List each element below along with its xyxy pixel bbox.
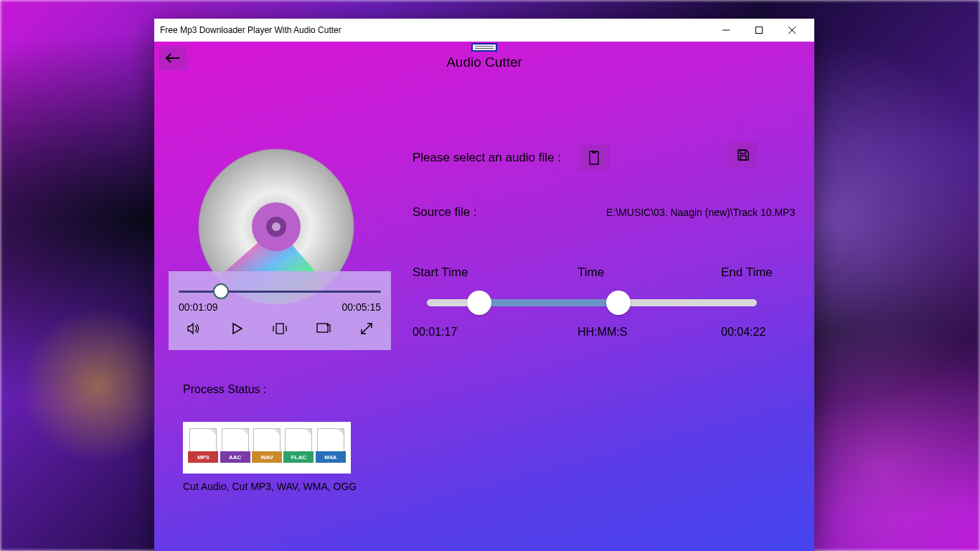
audio-player: 00:01:09 00:05:15 [169, 271, 391, 350]
volume-button[interactable] [183, 319, 203, 339]
playback-track [179, 291, 381, 293]
playback-duration: 00:05:15 [342, 301, 382, 313]
select-file-label: Please select an audio file : [413, 151, 561, 165]
window-title: Free Mp3 Downloader Player With Audio Cu… [160, 25, 710, 35]
maximize-button[interactable] [743, 19, 776, 42]
save-button[interactable] [728, 142, 758, 168]
end-time-value: 00:04:22 [721, 326, 765, 339]
fullscreen-button[interactable] [357, 319, 377, 339]
start-time-label: Start Time [413, 265, 468, 280]
svg-marker-9 [233, 324, 242, 334]
open-file-button[interactable] [580, 145, 610, 171]
format-icon-flac: FLAC [285, 428, 312, 467]
minimize-button[interactable] [710, 19, 743, 42]
playback-current-time: 00:01:09 [179, 301, 218, 313]
page-title: Audio Cutter [446, 55, 522, 70]
svg-point-8 [272, 222, 281, 231]
format-icon-aac: AAC [222, 428, 249, 467]
playback-thumb[interactable] [213, 283, 229, 299]
range-end-thumb[interactable] [606, 291, 631, 315]
cast-button[interactable] [314, 319, 334, 339]
close-button[interactable] [776, 19, 809, 42]
svg-rect-13 [317, 324, 328, 332]
svg-rect-1 [756, 27, 763, 34]
svg-line-14 [362, 324, 372, 334]
supported-formats-image: MP3 AAC WAV FLAC M4A [183, 422, 351, 474]
format-icon-m4a: M4A [317, 428, 344, 467]
back-button[interactable] [159, 46, 187, 70]
format-icon-wav: WAV [253, 428, 281, 467]
play-button[interactable] [227, 319, 247, 339]
svg-rect-10 [276, 324, 283, 334]
app-content: Audio Cutter [154, 42, 814, 551]
source-file-path: E:\MUSIC\03. Naagin (new)\Track 10.MP3 [606, 207, 795, 218]
cut-range-slider[interactable] [427, 293, 757, 314]
app-window: Free Mp3 Downloader Player With Audio Cu… [154, 19, 814, 551]
process-status-label: Process Status : [183, 383, 267, 396]
time-label: Time [578, 265, 604, 280]
drag-handle-icon[interactable] [471, 43, 497, 52]
range-fill [479, 299, 618, 306]
source-file-label: Source file : [413, 205, 477, 220]
time-value: HH:MM:S [578, 326, 627, 339]
formats-caption: Cut Audio, Cut MP3, WAV, WMA, OGG [183, 481, 357, 492]
svg-rect-17 [740, 150, 745, 154]
end-time-label: End Time [721, 265, 773, 280]
svg-rect-18 [740, 156, 746, 160]
playback-slider[interactable] [179, 283, 381, 303]
start-time-value: 00:01:17 [413, 326, 457, 339]
range-start-thumb[interactable] [467, 291, 491, 315]
title-bar[interactable]: Free Mp3 Downloader Player With Audio Cu… [154, 19, 814, 42]
format-icon-mp3: MP3 [189, 428, 217, 467]
aspect-button[interactable] [270, 319, 290, 339]
